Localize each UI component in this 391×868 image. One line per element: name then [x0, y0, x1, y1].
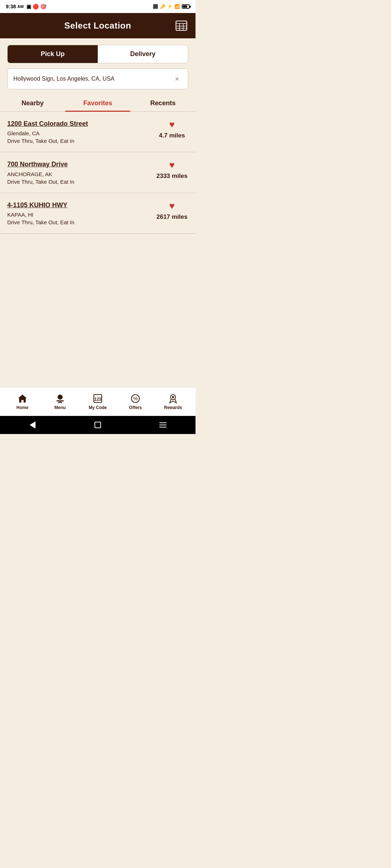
svg-point-8	[172, 396, 174, 398]
instagram-icon: 🔴	[33, 4, 39, 9]
delivery-tab[interactable]: Delivery	[98, 45, 188, 63]
menu-icon	[55, 393, 66, 404]
bottom-nav: Home Menu 123 My Code % Offers	[0, 387, 196, 416]
battery-icon	[182, 4, 190, 9]
location-distance-0: 4.7 miles	[159, 132, 185, 139]
code-icon: 123	[92, 393, 103, 404]
location-filter-tabs: Nearby Favorites Recents	[0, 95, 196, 112]
location-address-0: 1200 East Colorado Street	[7, 120, 156, 128]
location-city-2: KAPAA, HI	[7, 212, 156, 218]
svg-point-1	[58, 395, 63, 400]
tab-favorites[interactable]: Favorites	[65, 95, 130, 111]
status-ampm: AM	[17, 4, 24, 9]
location-info-2: 4-1105 KUHIO HWY KAPAA, HI Drive Thru, T…	[7, 201, 156, 225]
android-home-button[interactable]	[91, 418, 105, 432]
favorite-heart-1[interactable]: ♥	[169, 160, 175, 170]
location-info-0: 1200 East Colorado Street Glendale, CA D…	[7, 120, 156, 144]
home-label: Home	[16, 405, 28, 410]
rewards-icon	[168, 393, 178, 404]
location-services-0: Drive Thru, Take Out, Eat In	[7, 138, 156, 144]
nav-item-home[interactable]: Home	[4, 393, 41, 410]
location-services-1: Drive Thru, Take Out, Eat In	[7, 179, 156, 185]
location-address-2: 4-1105 KUHIO HWY	[7, 201, 156, 209]
mycode-label: My Code	[89, 405, 107, 410]
wallet-icon: 🎯	[40, 4, 46, 9]
page-title: Select Location	[21, 21, 175, 31]
order-type-switcher: Pick Up Delivery	[7, 45, 188, 63]
wifi-icon: 📶	[175, 4, 180, 9]
location-distance-1: 2333 miles	[156, 173, 188, 180]
tab-nearby[interactable]: Nearby	[0, 95, 65, 111]
favorite-heart-0[interactable]: ♥	[169, 120, 175, 129]
tab-recents[interactable]: Recents	[130, 95, 196, 111]
video-icon: ▣	[26, 4, 31, 9]
status-time: 9:38	[6, 4, 16, 9]
svg-rect-2	[56, 400, 64, 401]
header: Select Location	[0, 13, 196, 38]
location-item-0[interactable]: 1200 East Colorado Street Glendale, CA D…	[0, 112, 196, 152]
android-recents-button[interactable]	[156, 418, 170, 432]
map-icon	[176, 21, 187, 31]
svg-text:%: %	[133, 396, 138, 401]
svg-text:123: 123	[94, 397, 101, 402]
home-square-icon	[94, 422, 101, 428]
offers-label: Offers	[129, 405, 142, 410]
location-right-2: ♥ 2617 miles	[156, 201, 188, 221]
clear-search-button[interactable]: ×	[172, 74, 182, 84]
location-distance-2: 2617 miles	[156, 213, 188, 221]
pickup-tab[interactable]: Pick Up	[8, 45, 98, 63]
bluetooth-icon: ⚡	[167, 4, 173, 9]
search-bar[interactable]: Hollywood Sign, Los Angeles, CA, USA ×	[7, 68, 188, 89]
home-icon	[17, 393, 28, 404]
menu-label: Menu	[54, 405, 66, 410]
svg-rect-0	[176, 21, 187, 30]
location-city-0: Glendale, CA	[7, 130, 156, 136]
android-back-button[interactable]	[25, 418, 40, 432]
rewards-label: Rewards	[164, 405, 182, 410]
location-right-0: ♥ 4.7 miles	[156, 120, 188, 139]
status-icons-right: ⬛ 🔑 ⚡ 📶	[153, 4, 190, 9]
record-icon: ⬛	[153, 4, 158, 9]
location-item-2[interactable]: 4-1105 KUHIO HWY KAPAA, HI Drive Thru, T…	[0, 193, 196, 234]
nav-item-mycode[interactable]: 123 My Code	[79, 393, 117, 410]
location-item-1[interactable]: 700 Northway Drive ANCHORAGE, AK Drive T…	[0, 152, 196, 193]
nav-item-offers[interactable]: % Offers	[117, 393, 154, 410]
favorite-heart-2[interactable]: ♥	[169, 201, 175, 210]
back-arrow-icon	[30, 421, 35, 429]
nav-item-rewards[interactable]: Rewards	[154, 393, 192, 410]
location-address-1: 700 Northway Drive	[7, 160, 156, 169]
status-bar: 9:38 AM ▣ 🔴 🎯 ⬛ 🔑 ⚡ 📶	[0, 0, 196, 13]
recents-lines-icon	[159, 422, 167, 427]
location-list: 1200 East Colorado Street Glendale, CA D…	[0, 112, 196, 234]
nav-item-menu[interactable]: Menu	[41, 393, 79, 410]
search-value: Hollywood Sign, Los Angeles, CA, USA	[13, 76, 172, 82]
offers-icon: %	[130, 393, 141, 404]
location-services-2: Drive Thru, Take Out, Eat In	[7, 219, 156, 225]
map-view-button[interactable]	[175, 19, 188, 33]
location-city-1: ANCHORAGE, AK	[7, 171, 156, 177]
location-right-1: ♥ 2333 miles	[156, 160, 188, 180]
empty-content-area	[0, 234, 196, 328]
android-nav-bar	[0, 416, 196, 434]
key-icon: 🔑	[160, 4, 165, 9]
location-info-1: 700 Northway Drive ANCHORAGE, AK Drive T…	[7, 160, 156, 184]
